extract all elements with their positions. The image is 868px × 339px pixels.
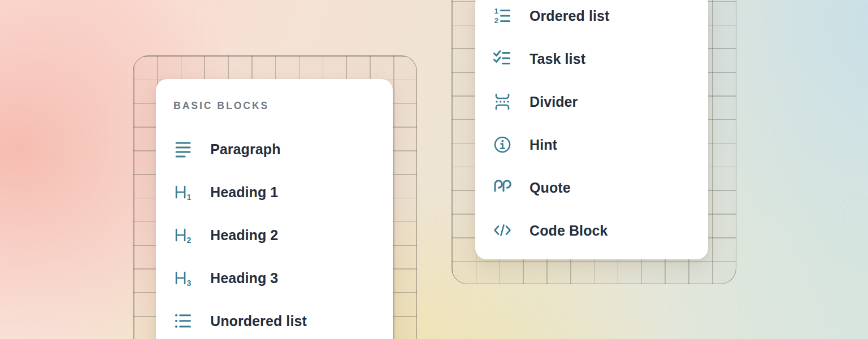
svg-text:1: 1 <box>494 7 499 15</box>
svg-text:2: 2 <box>187 236 192 245</box>
quote-icon <box>493 178 512 197</box>
basic-blocks-menu: BASIC BLOCKS Paragraph 1 Heading 1 <box>156 79 393 339</box>
task-list-icon <box>493 49 512 68</box>
menu-item-label: Unordered list <box>210 313 307 329</box>
menu-item-code-block[interactable]: Code Block <box>475 209 708 252</box>
menu-item-label: Heading 1 <box>210 184 278 201</box>
menu-item-label: Heading 3 <box>210 270 278 286</box>
code-block-icon <box>493 221 512 240</box>
svg-text:1: 1 <box>187 193 192 202</box>
heading-1-icon: 1 <box>173 182 193 202</box>
menu-item-label: Ordered list <box>530 8 610 24</box>
hint-icon <box>493 135 512 154</box>
menu-item-paragraph[interactable]: Paragraph <box>156 128 393 171</box>
menu-item-label: Task list <box>530 51 585 67</box>
heading-2-icon: 2 <box>173 225 193 245</box>
menu-item-heading-1[interactable]: 1 Heading 1 <box>156 171 393 214</box>
divider-icon <box>493 92 512 111</box>
menu-item-heading-3[interactable]: 3 Heading 3 <box>156 257 393 299</box>
menu-item-label: Code Block <box>530 223 608 239</box>
menu-item-label: Heading 2 <box>210 227 278 244</box>
menu-item-divider[interactable]: Divider <box>475 80 708 123</box>
section-label: BASIC BLOCKS <box>173 99 393 112</box>
unordered-list-icon <box>173 311 193 331</box>
background-gradient: BASIC BLOCKS Paragraph 1 Heading 1 <box>0 0 868 339</box>
svg-text:3: 3 <box>187 279 192 288</box>
menu-item-task-list[interactable]: Task list <box>475 37 708 80</box>
menu-item-hint[interactable]: Hint <box>475 123 708 166</box>
menu-item-ordered-list[interactable]: 1 2 Ordered list <box>475 0 708 37</box>
menu-item-heading-2[interactable]: 2 Heading 2 <box>156 214 393 257</box>
menu-item-unordered-list[interactable]: Unordered list <box>156 299 393 339</box>
svg-text:2: 2 <box>494 16 499 25</box>
menu-item-label: Hint <box>530 137 557 153</box>
heading-3-icon: 3 <box>173 268 193 288</box>
menu-item-label: Divider <box>530 94 578 110</box>
ordered-list-icon: 1 2 <box>493 6 512 25</box>
insert-blocks-menu: 1 2 Ordered list Task list <box>475 0 708 259</box>
menu-item-label: Quote <box>530 180 571 196</box>
menu-item-label: Paragraph <box>210 141 281 158</box>
menu-item-quote[interactable]: Quote <box>475 166 708 209</box>
paragraph-icon <box>173 140 193 159</box>
